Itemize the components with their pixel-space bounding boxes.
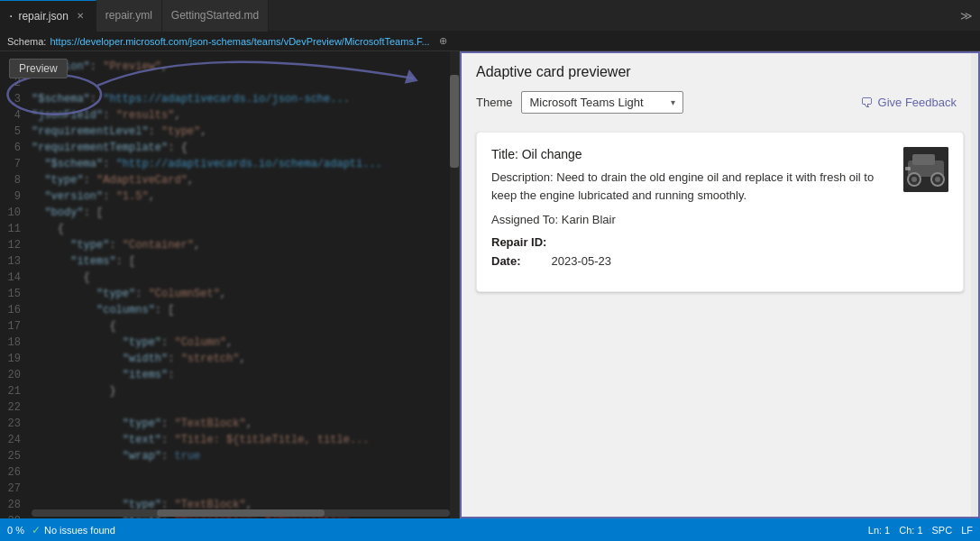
tab-modified-dot: · <box>9 9 13 23</box>
svg-point-7 <box>911 177 917 182</box>
preview-body: Title: Oil change Description: Need to d… <box>462 121 978 517</box>
line: 12 "type": "Container", <box>0 237 459 253</box>
line: 23 "type": "TextBlock", <box>0 416 459 432</box>
card-content-left: Title: Oil change Description: Need to d… <box>491 147 889 268</box>
tab-label-getting-started: GettingStarted.md <box>171 9 259 22</box>
line: 10 "body": [ <box>0 205 459 221</box>
issues-check-icon: ✓ <box>32 524 41 536</box>
card-image-svg <box>903 147 948 192</box>
give-feedback-button[interactable]: 🗨 Give Feedback <box>853 92 964 114</box>
preview-title: Adaptive card previewer <box>476 64 964 80</box>
card-repair-id-row: Repair ID: <box>491 235 889 249</box>
schema-url[interactable]: https://developer.microsoft.com/json-sch… <box>50 36 429 47</box>
tab-getting-started[interactable]: GettingStarted.md <box>162 0 269 32</box>
line: 26 <box>0 464 459 481</box>
line: 9 "version": "1.5", <box>0 188 459 205</box>
line: 4"jsonField": "results", <box>0 107 459 124</box>
tab-close-repair-json[interactable]: ✕ <box>74 9 87 23</box>
line: 1"version": "Preview", <box>0 59 459 75</box>
preview-button[interactable]: Preview <box>9 59 68 78</box>
feedback-icon: 🗨 <box>860 96 873 110</box>
date-value: 2023-05-23 <box>552 254 612 268</box>
tab-label-repair-yml: repair.yml <box>105 9 152 22</box>
chevron-down-icon: ▾ <box>671 97 675 107</box>
theme-selected-value: Microsoft Teams Light <box>529 96 643 109</box>
status-left: 0 % ✓ No issues found <box>7 524 115 536</box>
line: 6"requirementTemplate": { <box>0 140 459 156</box>
svg-rect-9 <box>905 167 911 170</box>
encoding: SPC <box>932 525 953 536</box>
preview-header: Adaptive card previewer Theme Microsoft … <box>462 53 978 121</box>
editor-pane: Preview 1"version": "Preview", 2 3"$sche… <box>0 51 460 518</box>
line: 5"requirementLevel": "type", <box>0 124 459 140</box>
line: 8 "type": "AdaptiveCard", <box>0 172 459 188</box>
tab-repair-json[interactable]: · repair.json ✕ <box>0 0 96 32</box>
status-right: Ln: 1 Ch: 1 SPC LF <box>868 525 973 536</box>
card-title: Title: Oil change <box>491 147 889 161</box>
line: 3"$schema": "https://adaptivecards.io/js… <box>0 91 459 107</box>
tab-label-repair-json: repair.json <box>18 10 68 23</box>
schema-label: Schema: <box>7 36 46 47</box>
line: 7 "$schema": "http://adaptivecards.io/sc… <box>0 156 459 172</box>
editor-horizontal-scrollbar[interactable] <box>32 509 450 517</box>
preview-pane: Adaptive card previewer Theme Microsoft … <box>460 51 980 518</box>
card-assigned: Assigned To: Karin Blair <box>491 213 889 226</box>
line: 27 <box>0 481 459 497</box>
line: 17 { <box>0 318 459 335</box>
date-label: Date: <box>491 254 521 268</box>
line: 25 "wrap": true <box>0 448 459 464</box>
tab-overflow-btn[interactable]: ≫ <box>953 9 980 23</box>
adaptive-card: Title: Oil change Description: Need to d… <box>476 132 964 292</box>
assigned-to-value: Karin Blair <box>562 213 616 226</box>
line: 16 "columns": [ <box>0 302 459 318</box>
editor-scrollbar-thumb[interactable] <box>450 75 459 169</box>
tab-bar: · repair.json ✕ repair.yml GettingStarte… <box>0 0 980 32</box>
cursor-position: Ln: 1 <box>868 525 890 536</box>
repair-id-label: Repair ID: <box>491 235 546 249</box>
line: 20 "items": <box>0 367 459 383</box>
editor-content[interactable]: 1"version": "Preview", 2 3"$schema": "ht… <box>0 51 459 518</box>
svg-rect-4 <box>912 154 935 165</box>
assigned-to-label: Assigned To: <box>491 213 558 226</box>
feedback-label: Give Feedback <box>878 96 957 109</box>
editor-vertical-scrollbar[interactable] <box>450 51 459 518</box>
line: 24 "text": "Title: ${titleTitle, title..… <box>0 432 459 448</box>
line: 11 { <box>0 221 459 237</box>
line: 15 "type": "ColumnSet", <box>0 286 459 302</box>
tab-repair-yml[interactable]: repair.yml <box>96 0 162 32</box>
issues-text: No issues found <box>44 525 115 536</box>
line: 19 "width": "stretch", <box>0 351 459 367</box>
svg-point-8 <box>935 177 940 182</box>
zoom-level[interactable]: 0 % <box>7 525 24 536</box>
preview-vertical-scrollbar[interactable] <box>971 53 978 517</box>
card-image <box>903 147 948 192</box>
issues-indicator[interactable]: ✓ No issues found <box>32 524 115 536</box>
schema-pin-icon[interactable]: ⊕ <box>439 35 447 47</box>
line: 14 { <box>0 270 459 286</box>
line: 21 } <box>0 383 459 399</box>
line: 18 "type": "Column", <box>0 335 459 351</box>
theme-select[interactable]: Microsoft Teams Light ▾ <box>521 91 683 114</box>
line-ending: LF <box>961 525 973 536</box>
card-description: Description: Need to drain the old engin… <box>491 169 889 204</box>
line: 22 <box>0 399 459 416</box>
editor-scrollbar-thumb-h[interactable] <box>157 509 325 517</box>
theme-label: Theme <box>476 96 512 109</box>
line: 13 "items": [ <box>0 253 459 270</box>
cursor-column: Ch: 1 <box>899 525 922 536</box>
status-bar: 0 % ✓ No issues found Ln: 1 Ch: 1 SPC LF <box>0 518 980 541</box>
schema-bar: Schema: https://developer.microsoft.com/… <box>0 32 980 51</box>
preview-controls: Theme Microsoft Teams Light ▾ 🗨 Give Fee… <box>476 91 964 114</box>
card-date-row: Date: 2023-05-23 <box>491 254 889 268</box>
line: 2 <box>0 75 459 91</box>
